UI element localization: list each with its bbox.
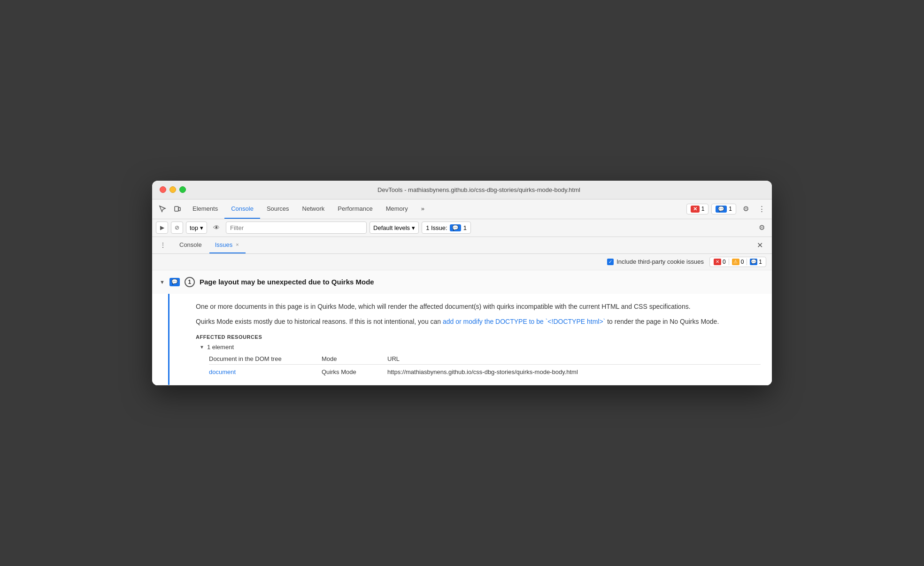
tab-more[interactable]: » (415, 199, 431, 219)
issue-body: One or more documents in this page is in… (168, 294, 772, 385)
issues-badge-icon: 💬 (450, 224, 461, 231)
eye-icon: 👁 (213, 224, 220, 231)
table-row: document Quirks Mode https://mathiasbyne… (209, 367, 761, 377)
issue-count-number: 1 (188, 279, 192, 285)
context-label: top (190, 224, 198, 231)
tab-sources[interactable]: Sources (260, 199, 296, 219)
issue-desc-link[interactable]: add or modify the DOCTYPE to be `<!DOCTY… (443, 318, 605, 325)
col-url-header: URL (387, 355, 761, 362)
document-link[interactable]: document (209, 368, 236, 375)
toolbar-right: ✕ 1 💬 1 ⚙ ⋮ (686, 202, 768, 215)
issues-count-label: 1 Issue: (426, 224, 447, 231)
error-count: 1 (701, 206, 705, 212)
tab-console[interactable]: Console (224, 199, 260, 219)
third-party-checkbox-label[interactable]: ✓ Include third-party cookie issues (607, 258, 704, 265)
affected-resources-label: AFFECTED RESOURCES (196, 334, 761, 340)
subtab-issues-close[interactable]: × (235, 242, 239, 247)
top-toolbar: Elements Console Sources Network Perform… (152, 199, 772, 219)
affected-tree-header[interactable]: ▼ 1 element (200, 344, 761, 351)
toolbar-left (156, 202, 184, 215)
warning-count-badge: ⚠ 0 (732, 259, 744, 265)
message-badge-button[interactable]: 💬 1 (711, 204, 736, 214)
tab-elements[interactable]: Elements (186, 199, 224, 219)
issue-header[interactable]: ▼ 💬 1 Page layout may be unexpected due … (152, 270, 772, 294)
issue-desc-p1: One or more documents in this page is in… (196, 301, 761, 312)
issue-desc-p2-before: Quirks Mode exists mostly due to histori… (196, 318, 443, 325)
title-bar: DevTools - mathiasbynens.github.io/css-d… (152, 181, 772, 199)
tab-performance[interactable]: Performance (331, 199, 379, 219)
third-party-label-text: Include third-party cookie issues (616, 258, 704, 265)
affected-table-header: Document in the DOM tree Mode URL (209, 353, 761, 365)
warning-badge-icon: ⚠ (732, 259, 739, 265)
badge-divider-2 (747, 259, 747, 265)
window-title: DevTools - mathiasbynens.github.io/css-d… (193, 186, 764, 193)
tab-memory[interactable]: Memory (379, 199, 415, 219)
col-doc-value: document (209, 368, 303, 375)
col-mode-value: Quirks Mode (322, 368, 369, 375)
clear-button[interactable]: ⊘ (171, 222, 183, 234)
minimize-button[interactable] (169, 186, 176, 193)
error-badge-button[interactable]: ✕ 1 (686, 204, 709, 214)
levels-selector[interactable]: Default levels ▾ (370, 222, 419, 234)
col-url-value: https://mathiasbynens.github.io/css-dbg-… (387, 368, 761, 375)
context-selector[interactable]: top ▾ (186, 222, 207, 234)
devtools-window: DevTools - mathiasbynens.github.io/css-d… (152, 181, 772, 386)
close-button[interactable] (160, 186, 166, 193)
chevron-down-icon: ▾ (412, 224, 415, 231)
issue-description: One or more documents in this page is in… (196, 301, 761, 327)
eye-button[interactable]: 👁 (210, 221, 223, 234)
message-badge-icon: 💬 (716, 206, 727, 213)
device-mode-button[interactable] (171, 202, 184, 215)
issue-desc-p2: Quirks Mode exists mostly due to histori… (196, 316, 761, 327)
issue-type-icon: 💬 (169, 278, 180, 286)
third-party-checkbox[interactable]: ✓ (607, 259, 614, 265)
issue-group: ▼ 💬 1 Page layout may be unexpected due … (152, 270, 772, 386)
error-badge-count: 0 (723, 259, 726, 265)
nav-tabs: Elements Console Sources Network Perform… (186, 199, 431, 219)
col-doc-header: Document in the DOM tree (209, 355, 303, 362)
issue-desc-p2-after: to render the page in No Quirks Mode. (605, 318, 719, 325)
inspect-element-button[interactable] (156, 202, 169, 215)
issue-count-badges: ✕ 0 ⚠ 0 💬 1 (709, 257, 766, 267)
subtab-console[interactable]: Console (174, 237, 208, 253)
settings-button[interactable]: ⚙ (739, 202, 752, 215)
issues-count: 1 (463, 224, 467, 231)
message-count: 1 (729, 206, 732, 212)
issues-filter-bar: ✓ Include third-party cookie issues ✕ 0 … (152, 254, 772, 270)
maximize-button[interactable] (179, 186, 186, 193)
subtab-issues[interactable]: Issues × (209, 237, 246, 253)
secondary-toolbar: ▶ ⊘ top ▾ 👁 Default levels ▾ 1 Issue: 💬 … (152, 219, 772, 237)
subtab-issues-label: Issues (215, 241, 233, 248)
levels-label: Default levels (373, 224, 410, 231)
info-count-badge: 💬 1 (750, 259, 762, 265)
col-mode-header: Mode (322, 355, 369, 362)
more-options-button[interactable]: ⋮ (755, 202, 768, 215)
affected-table: Document in the DOM tree Mode URL docume… (209, 353, 761, 377)
badge-divider-1 (729, 259, 729, 265)
panel-close-button[interactable]: ✕ (753, 238, 766, 252)
traffic-lights (160, 186, 186, 193)
panel-menu-button[interactable]: ⋮ (158, 240, 168, 250)
svg-rect-1 (178, 207, 180, 211)
info-badge-count: 1 (759, 259, 762, 265)
affected-tree: ▼ 1 element Document in the DOM tree Mod… (200, 344, 761, 377)
filter-input[interactable] (226, 222, 367, 234)
issues-content: ▼ 💬 1 Page layout may be unexpected due … (152, 270, 772, 386)
error-count-badge: ✕ 0 (714, 259, 726, 265)
issues-badge-button[interactable]: 1 Issue: 💬 1 (422, 222, 471, 234)
subtab-console-label: Console (179, 241, 202, 248)
affected-resources: AFFECTED RESOURCES ▼ 1 element Document … (196, 334, 761, 377)
issue-expand-arrow: ▼ (160, 279, 165, 285)
error-badge-icon: ✕ (714, 259, 721, 265)
tab-network[interactable]: Network (296, 199, 331, 219)
chevron-down-icon: ▾ (200, 224, 203, 231)
info-badge-icon: 💬 (750, 259, 757, 265)
console-settings-button[interactable]: ⚙ (755, 221, 768, 234)
error-badge-icon: ✕ (691, 206, 700, 213)
run-button[interactable]: ▶ (156, 222, 168, 234)
svg-rect-0 (175, 207, 178, 211)
clear-icon: ⊘ (175, 224, 179, 231)
toolbar2-right: ⚙ (755, 221, 768, 234)
run-icon: ▶ (160, 224, 164, 231)
sub-tabs-right: ✕ (753, 238, 766, 252)
